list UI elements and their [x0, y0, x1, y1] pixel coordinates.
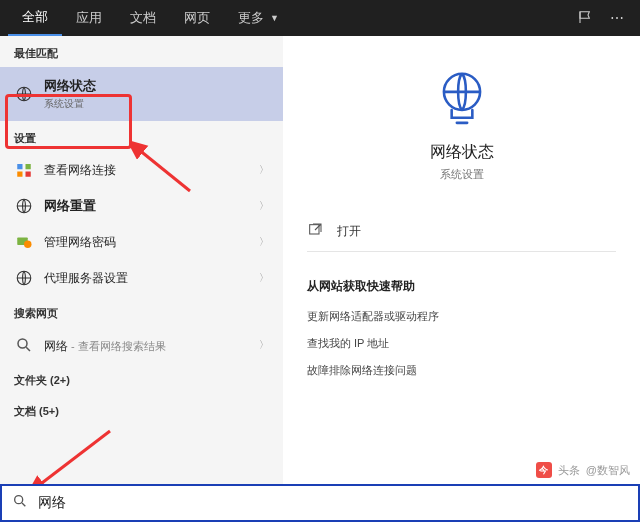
- credentials-icon: [14, 232, 34, 252]
- chevron-down-icon: ▼: [270, 13, 279, 23]
- svg-point-10: [18, 339, 27, 348]
- globe-icon: [14, 196, 34, 216]
- settings-item-proxy[interactable]: 代理服务器设置 〉: [0, 260, 283, 296]
- globe-icon: [14, 268, 34, 288]
- annotation-arrow-2: [30, 426, 120, 484]
- search-input[interactable]: [38, 495, 628, 511]
- svg-rect-2: [17, 164, 22, 169]
- tab-all[interactable]: 全部: [8, 0, 62, 36]
- watermark-logo: 今: [536, 462, 552, 478]
- search-icon: [14, 335, 34, 355]
- feedback-icon[interactable]: [578, 9, 594, 28]
- quick-link-troubleshoot[interactable]: 故障排除网络连接问题: [307, 363, 616, 378]
- web-search-item[interactable]: 网络 - 查看网络搜索结果 〉: [0, 327, 283, 363]
- documents-label[interactable]: 文档 (5+): [0, 394, 283, 425]
- detail-title: 网络状态: [307, 142, 616, 163]
- chevron-right-icon: 〉: [259, 163, 269, 177]
- chevron-right-icon: 〉: [259, 271, 269, 285]
- chevron-right-icon: 〉: [259, 235, 269, 249]
- tab-web[interactable]: 网页: [170, 1, 224, 35]
- open-icon: [307, 222, 323, 241]
- best-match-item[interactable]: 网络状态 系统设置: [0, 67, 283, 121]
- search-bar[interactable]: [0, 484, 640, 522]
- settings-item-network-reset[interactable]: 网络重置 〉: [0, 188, 283, 224]
- svg-rect-13: [310, 225, 319, 234]
- svg-point-14: [15, 496, 23, 504]
- globe-icon: [14, 84, 34, 104]
- best-match-sub: 系统设置: [44, 97, 269, 111]
- tab-apps[interactable]: 应用: [62, 1, 116, 35]
- detail-sub: 系统设置: [307, 167, 616, 182]
- settings-item-manage-passwords[interactable]: 管理网络密码 〉: [0, 224, 283, 260]
- settings-item-view-connections[interactable]: 查看网络连接 〉: [0, 152, 283, 188]
- svg-line-11: [38, 431, 110, 484]
- best-match-label: 最佳匹配: [0, 36, 283, 67]
- quick-link-find-ip[interactable]: 查找我的 IP 地址: [307, 336, 616, 351]
- svg-point-8: [24, 241, 32, 249]
- search-web-label: 搜索网页: [0, 296, 283, 327]
- svg-rect-4: [17, 172, 22, 177]
- more-menu-icon[interactable]: ⋯: [610, 10, 624, 26]
- search-icon: [12, 493, 28, 513]
- tab-docs[interactable]: 文档: [116, 1, 170, 35]
- network-connections-icon: [14, 160, 34, 180]
- settings-label: 设置: [0, 121, 283, 152]
- svg-rect-3: [26, 164, 31, 169]
- chevron-right-icon: 〉: [259, 199, 269, 213]
- best-match-title: 网络状态: [44, 77, 269, 95]
- svg-rect-5: [26, 172, 31, 177]
- tab-more[interactable]: 更多▼: [224, 1, 293, 35]
- quick-help-heading: 从网站获取快速帮助: [307, 278, 616, 295]
- watermark: 今 头条 @数智风: [536, 462, 630, 478]
- chevron-right-icon: 〉: [259, 338, 269, 352]
- open-action[interactable]: 打开: [307, 216, 616, 247]
- detail-icon: [307, 66, 616, 128]
- quick-link-update-adapter[interactable]: 更新网络适配器或驱动程序: [307, 309, 616, 324]
- folders-label[interactable]: 文件夹 (2+): [0, 363, 283, 394]
